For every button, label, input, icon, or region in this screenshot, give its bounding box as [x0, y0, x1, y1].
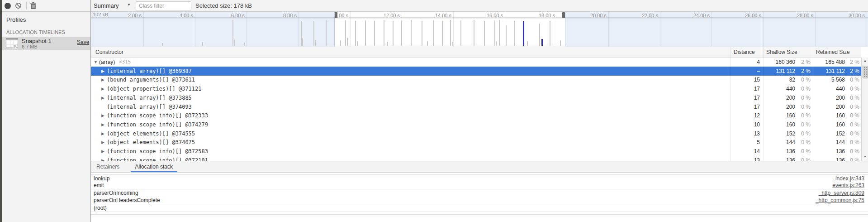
snapshot-save-link[interactable]: Save — [77, 39, 89, 45]
table-row[interactable]: ▶(function scope info)[] @372101131360 %… — [91, 156, 861, 161]
column-header-constructor[interactable]: Constructor — [95, 47, 123, 57]
expander-open-icon[interactable]: ▼ — [94, 58, 98, 67]
grid-scrollbar[interactable]: ▲ ▼ — [861, 58, 868, 161]
retained-size-percent: 0 % — [823, 129, 859, 138]
clear-profiles-icon[interactable] — [15, 2, 22, 9]
table-row[interactable]: ▶(bound arguments)[] @37361115320 %5 568… — [91, 75, 861, 84]
stack-frame-function: (root) — [94, 204, 107, 212]
selection-handle-right[interactable] — [562, 12, 565, 18]
retained-size-percent: 0 % — [823, 138, 859, 147]
table-row[interactable]: ▶(internal array)[] @373885172000 %2000 … — [91, 93, 861, 102]
stack-frame-function: emit — [94, 182, 104, 189]
constructor-name: (object elements)[] @374075 — [107, 138, 195, 147]
allocation-bar — [162, 43, 163, 46]
allocation-bar — [347, 38, 348, 46]
table-row[interactable]: ▶(function scope info)[] @374279101600 %… — [91, 120, 861, 129]
allocation-bar — [499, 20, 500, 46]
stack-frame-row[interactable]: (root) — [91, 204, 868, 212]
sidebar-item-snapshot1[interactable]: % Snapshot 1 6.7 MB Save — [2, 37, 90, 50]
allocation-bar — [433, 20, 434, 46]
stack-frame-row[interactable]: lookupindex.js:343 — [91, 174, 868, 182]
constructor-name: (object elements)[] @374555 — [107, 129, 195, 138]
ruler-divider — [91, 18, 868, 19]
table-row[interactable]: ▼(array)×3154160 3602 %165 4882 % — [91, 58, 861, 67]
allocation-bar — [384, 20, 384, 46]
expander-closed-icon[interactable]: ▶ — [101, 75, 104, 84]
table-row[interactable]: ▶(object elements)[] @37407551440 %1440 … — [91, 138, 861, 147]
column-divider — [813, 47, 813, 161]
selected-size-label: Selected size: 178 kB — [195, 2, 252, 9]
heap-snapshot-icon: % — [6, 38, 18, 48]
toolbar-separator — [26, 2, 27, 10]
constructor-name: (function scope info)[] @372583 — [107, 147, 208, 156]
allocation-bar — [355, 21, 356, 46]
expander-closed-icon[interactable]: ▶ — [101, 111, 104, 120]
selection-handle-left[interactable] — [335, 12, 337, 18]
expander-closed-icon[interactable]: ▶ — [101, 93, 104, 102]
constructor-name: (bound arguments)[] @373611 — [107, 75, 195, 84]
scroll-down-icon[interactable]: ▼ — [862, 155, 868, 158]
expander-closed-icon[interactable]: ▶ — [101, 120, 104, 129]
allocation-bar — [474, 20, 474, 46]
stack-frame-row[interactable]: parserOnIncoming_http_server.js:809 — [91, 189, 868, 197]
allocation-bar — [326, 20, 327, 46]
allocation-bar — [374, 21, 375, 46]
table-row[interactable]: ▶(object elements)[] @374555131520 %1520… — [91, 129, 861, 138]
scroll-up-icon[interactable]: ▲ — [862, 59, 868, 62]
allocation-bar — [496, 41, 497, 46]
table-row[interactable]: ▶(function scope info)[] @372583141360 %… — [91, 147, 861, 156]
allocation-bar — [345, 20, 346, 46]
expander-closed-icon[interactable]: ▶ — [101, 147, 104, 156]
constructor-name: (function scope info)[] @374279 — [107, 120, 208, 129]
allocation-bar — [560, 40, 561, 46]
stack-frame-function: lookup — [94, 175, 109, 182]
expander-closed-icon[interactable]: ▶ — [101, 138, 104, 147]
retained-size-percent: 0 % — [823, 156, 859, 161]
constructor-grid-body: ▼(array)×3154160 3602 %165 4882 %▶(inter… — [91, 58, 861, 161]
allocation-bar — [202, 42, 203, 46]
instance-count: ×315 — [119, 58, 131, 67]
stack-frame-row[interactable]: emitevents.js:263 — [91, 182, 868, 189]
column-header-shallow-size[interactable]: Shallow Size — [766, 47, 797, 57]
retained-size-percent: 0 % — [823, 75, 859, 84]
stack-frame-source-link[interactable]: _http_common.js:75 — [816, 197, 864, 204]
allocation-bar — [527, 41, 528, 46]
delete-profile-icon[interactable] — [30, 2, 37, 10]
snapshot-name: Snapshot 1 — [22, 38, 52, 44]
tab-allocation-stack[interactable]: Allocation stack — [131, 161, 177, 172]
stack-frame-row[interactable]: parserOnHeadersComplete_http_common.js:7… — [91, 197, 868, 204]
column-header-retained-size[interactable]: Retained Size — [816, 47, 850, 57]
table-row[interactable]: ▶(function scope info)[] @372333121600 %… — [91, 111, 861, 120]
allocation-bar — [357, 41, 358, 46]
scrollbar-thumb[interactable] — [863, 66, 868, 78]
retained-size-percent: 0 % — [823, 84, 859, 93]
stack-frame-source-link[interactable]: _http_server.js:809 — [819, 189, 864, 197]
allocation-bar — [460, 20, 461, 46]
expander-closed-icon[interactable]: ▶ — [101, 67, 104, 76]
allocation-bar — [452, 42, 453, 46]
stack-frame-source-link[interactable]: index.js:343 — [835, 175, 864, 182]
record-button-icon[interactable] — [5, 3, 11, 9]
retained-size-percent: 0 % — [823, 120, 859, 129]
allocation-bar — [365, 20, 366, 46]
allocation-bar-live — [541, 39, 543, 46]
expander-closed-icon[interactable]: ▶ — [101, 84, 104, 93]
table-row[interactable]: ▶(internal array)[] @369387–131 1122 %13… — [91, 67, 861, 76]
class-filter-input[interactable] — [136, 1, 191, 10]
allocation-bar — [315, 40, 316, 46]
stack-frame-source-link[interactable]: events.js:263 — [832, 182, 864, 189]
tab-retainers[interactable]: Retainers — [92, 161, 124, 172]
expander-closed-icon[interactable]: ▶ — [101, 156, 104, 161]
allocation-bar — [301, 21, 302, 46]
grid-header: Constructor Distance Shallow Size Retain… — [91, 47, 861, 58]
perspective-select[interactable]: Summary — [94, 2, 119, 10]
stack-frame-function: parserOnIncoming — [94, 189, 138, 197]
allocation-bar — [506, 25, 507, 46]
expander-closed-icon[interactable]: ▶ — [101, 129, 104, 138]
column-header-distance[interactable]: Distance — [734, 47, 755, 57]
allocation-bar — [244, 43, 245, 46]
constructor-name: (object properties)[] @371121 — [107, 84, 202, 93]
column-divider — [763, 47, 764, 161]
table-row[interactable]: (internal array)[] @374093172000 %2000 % — [91, 102, 861, 111]
table-row[interactable]: ▶(object properties)[] @371121174400 %44… — [91, 84, 861, 93]
